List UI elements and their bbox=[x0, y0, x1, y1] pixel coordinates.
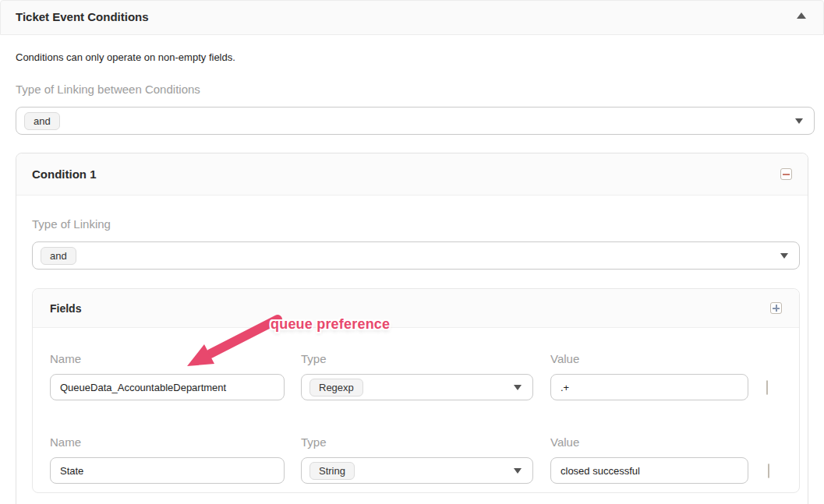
field-value-input[interactable] bbox=[550, 457, 748, 484]
conditions-hint-text: Conditions can only operate on non-empty… bbox=[16, 51, 235, 63]
chevron-down-icon bbox=[514, 468, 522, 474]
condition-card: Condition 1 Type of Linking and Fields N… bbox=[16, 153, 808, 504]
condition-card-header: Condition 1 bbox=[16, 153, 808, 196]
field-type-label: Type bbox=[301, 352, 327, 365]
field-type-select[interactable]: String bbox=[301, 457, 533, 484]
field-type-select[interactable]: Regexp bbox=[301, 374, 533, 400]
field-type-label: Type bbox=[301, 435, 327, 449]
field-value-label: Value bbox=[550, 435, 579, 449]
fields-title: Fields bbox=[50, 302, 81, 315]
linking-between-conditions-select[interactable]: and bbox=[16, 107, 815, 135]
condition-linking-select[interactable]: and bbox=[32, 241, 800, 270]
fields-card-header: Fields bbox=[33, 289, 799, 328]
linking-between-conditions-label: Type of Linking between Conditions bbox=[16, 83, 200, 96]
field-name-label: Name bbox=[50, 352, 81, 365]
field-name-input[interactable] bbox=[50, 374, 285, 400]
selected-linking-chip: and bbox=[24, 112, 60, 130]
collapse-panel-icon[interactable] bbox=[797, 12, 806, 19]
selected-type-chip: String bbox=[309, 462, 355, 480]
condition-linking-label: Type of Linking bbox=[32, 217, 111, 231]
remove-field-icon[interactable] bbox=[768, 463, 769, 478]
minus-glyph bbox=[783, 174, 790, 175]
chevron-down-icon bbox=[780, 253, 788, 259]
field-name-input[interactable] bbox=[50, 457, 285, 484]
add-field-icon[interactable] bbox=[770, 302, 782, 314]
condition-title: Condition 1 bbox=[32, 167, 97, 181]
chevron-down-icon bbox=[514, 385, 522, 390]
field-name-label: Name bbox=[50, 435, 81, 449]
field-value-input[interactable] bbox=[550, 374, 748, 400]
selected-type-chip: Regexp bbox=[309, 379, 363, 397]
selected-condition-linking-chip: and bbox=[41, 247, 76, 265]
remove-field-icon[interactable] bbox=[766, 380, 768, 395]
panel-title: Ticket Event Conditions bbox=[16, 10, 149, 23]
fields-card: Fields Name Type Regexp Value Name Type … bbox=[32, 288, 800, 493]
remove-condition-icon[interactable] bbox=[780, 168, 792, 180]
field-value-label: Value bbox=[550, 352, 579, 365]
chevron-down-icon bbox=[795, 118, 803, 124]
